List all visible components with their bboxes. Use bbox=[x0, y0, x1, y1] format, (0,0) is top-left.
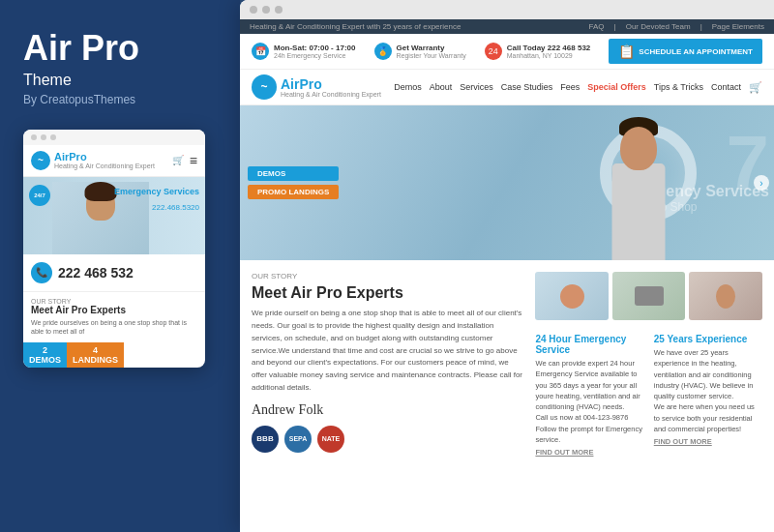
mobile-story-text: We pride ourselves on being a one stop s… bbox=[31, 318, 197, 338]
right-panel: Heating & Air Conditioning Expert with 2… bbox=[240, 0, 774, 532]
sepa-badge: SEPA bbox=[284, 426, 312, 453]
browser-bar bbox=[240, 0, 774, 19]
hero-image: 7 Emergency Services One Stop Shop DEMOS… bbox=[240, 105, 774, 260]
topbar-faq[interactable]: FAQ bbox=[589, 22, 605, 31]
schedule-btn-label: SCHEDULE AN APPOINTMENT bbox=[639, 47, 753, 56]
mobile-menu-icon[interactable]: ≡ bbox=[190, 153, 197, 168]
nav-special-offers[interactable]: Special Offers bbox=[587, 82, 646, 92]
about-text: We pride ourself on being a one stop sho… bbox=[252, 308, 523, 395]
mobile-header: ~ AirPro Heating & Air Conditioning Expe… bbox=[23, 145, 205, 177]
mobile-bottom-badges: 2 DEMOS 4 LANDINGS bbox=[23, 342, 205, 368]
mobile-phone-row: 📞 222 468 532 bbox=[31, 262, 197, 283]
service-image-1 bbox=[535, 272, 609, 320]
info-warranty-text: Get Warranty Register Your Warranty bbox=[397, 44, 466, 59]
hero-left-badges: DEMOS PROMO LANDINGS bbox=[248, 166, 339, 199]
site-logo: ~ AirPro Heating & Air Conditioning Expe… bbox=[252, 74, 381, 100]
mobile-phone-icon: 📞 bbox=[31, 262, 52, 283]
theme-title: Air Pro bbox=[23, 29, 217, 68]
mobile-logo-name: AirPro bbox=[54, 151, 155, 163]
nav-tips[interactable]: Tips & Tricks bbox=[654, 82, 703, 92]
meet-experts-title: Meet Air Pro Experts bbox=[252, 283, 523, 302]
content-right: 24 Hour Emergency Service We can provide… bbox=[535, 272, 762, 457]
mobile-mockup: ~ AirPro Heating & Air Conditioning Expe… bbox=[23, 130, 205, 369]
left-panel: Air Pro Theme By CreatopusThemes ~ AirPr… bbox=[0, 0, 240, 532]
mobile-cart-icon[interactable]: 🛒 bbox=[172, 155, 184, 165]
cert-badges: BBB SEPA NATE bbox=[252, 426, 523, 453]
experience-find-out-more[interactable]: FIND OUT MORE bbox=[654, 437, 762, 446]
nate-badge: NATE bbox=[317, 426, 344, 453]
site-topbar-tagline: Heating & Air Conditioning Expert with 2… bbox=[250, 22, 461, 31]
experience-text2: We are here when you need us to service … bbox=[654, 401, 762, 434]
emergency-service-call: Call us now at 004-123-9876 Follow the p… bbox=[535, 412, 643, 445]
info-item-hours: 📅 Mon-Sat: 07:00 - 17:00 24h Emergency S… bbox=[252, 43, 355, 60]
info-call-sub: Manhattan, NY 10029 bbox=[507, 52, 591, 59]
warranty-icon: 🏅 bbox=[374, 43, 392, 60]
info-hours-text: Mon-Sat: 07:00 - 17:00 24h Emergency Ser… bbox=[274, 44, 355, 59]
mobile-phone-number: 222 468 532 bbox=[58, 265, 134, 281]
our-story-label: Our Story bbox=[252, 272, 523, 281]
theme-author: By CreatopusThemes bbox=[23, 93, 217, 106]
mobile-hero-24-icon: 24/7 bbox=[29, 185, 50, 206]
mobile-hero-text: Emergency Services 222.468.5320 bbox=[114, 187, 199, 214]
info-warranty-main: Get Warranty bbox=[397, 44, 466, 52]
topbar-page-elements[interactable]: Page Elements bbox=[712, 22, 764, 31]
topbar-separator-2: | bbox=[700, 22, 702, 31]
site-navbar: ~ AirPro Heating & Air Conditioning Expe… bbox=[240, 70, 774, 105]
site-nav: Demos About Services Case Studies Fees S… bbox=[394, 81, 762, 94]
mobile-hero: 24/7 Emergency Services 222.468.5320 bbox=[23, 177, 205, 254]
nav-demos[interactable]: Demos bbox=[394, 82, 422, 92]
mobile-dot-1 bbox=[31, 134, 37, 140]
site-logo-tagline: Heating & Air Conditioning Expert bbox=[281, 91, 381, 98]
mobile-logo-icon: ~ bbox=[31, 151, 50, 170]
site-logo-text: AirPro Heating & Air Conditioning Expert bbox=[281, 77, 381, 98]
mobile-badge-landings-num: 4 bbox=[73, 345, 118, 355]
info-call-text: Call Today 222 468 532 Manhattan, NY 100… bbox=[507, 44, 591, 59]
content-left: Our Story Meet Air Pro Experts We pride … bbox=[252, 272, 523, 457]
mobile-phone-small: 222.468.5320 bbox=[152, 203, 199, 212]
mobile-top-bar bbox=[23, 130, 205, 145]
site-content: Our Story Meet Air Pro Experts We pride … bbox=[240, 260, 774, 468]
mobile-hero-24-text: 24/7 bbox=[34, 192, 45, 198]
service-card-experience: 25 Years Experience We have over 25 year… bbox=[654, 334, 762, 457]
schedule-appointment-button[interactable]: 📋 SCHEDULE AN APPOINTMENT bbox=[609, 39, 762, 64]
info-hours-sub: 24h Emergency Service bbox=[274, 52, 355, 59]
mobile-logo: ~ AirPro Heating & Air Conditioning Expe… bbox=[31, 151, 155, 170]
nav-contact[interactable]: Contact bbox=[711, 82, 741, 92]
mobile-badge-landings: 4 LANDINGS bbox=[67, 342, 124, 368]
nav-case-studies[interactable]: Case Studies bbox=[501, 82, 553, 92]
site-logo-icon: ~ bbox=[252, 74, 277, 100]
info-item-warranty: 🏅 Get Warranty Register Your Warranty bbox=[374, 43, 466, 60]
info-warranty-sub: Register Your Warranty bbox=[397, 52, 466, 59]
site-topbar-links: FAQ | Our Devoted Team | Page Elements bbox=[589, 22, 764, 31]
topbar-separator-1: | bbox=[614, 22, 616, 31]
mobile-badge-demos-num: 2 bbox=[29, 345, 61, 355]
experience-title: 25 Years Experience bbox=[654, 334, 762, 344]
scroll-right-arrow[interactable]: › bbox=[754, 175, 769, 191]
info-hours-main: Mon-Sat: 07:00 - 17:00 bbox=[274, 44, 355, 52]
nav-services[interactable]: Services bbox=[460, 82, 493, 92]
site-topbar: Heating & Air Conditioning Expert with 2… bbox=[240, 19, 774, 34]
experience-text: We have over 25 years experience in the … bbox=[654, 347, 762, 401]
signature: Andrew Folk bbox=[252, 402, 523, 418]
nav-fees[interactable]: Fees bbox=[560, 82, 580, 92]
mobile-story-section: Our Story Meet Air Pro Experts We pride … bbox=[23, 292, 205, 343]
browser-dot-3 bbox=[275, 6, 283, 14]
emergency-service-title: 24 Hour Emergency Service bbox=[535, 334, 643, 355]
browser-dot-1 bbox=[250, 6, 257, 14]
mobile-badge-landings-label: LANDINGS bbox=[73, 355, 118, 365]
mobile-badge-demos-label: DEMOS bbox=[29, 355, 61, 365]
nav-about[interactable]: About bbox=[430, 82, 453, 92]
emergency-find-out-more[interactable]: FIND OUT MORE bbox=[535, 448, 643, 457]
service-image-3 bbox=[689, 272, 762, 320]
mobile-emergency-label: Emergency Services bbox=[114, 187, 199, 196]
cart-icon[interactable]: 🛒 bbox=[749, 81, 762, 94]
mobile-story-label: Our Story bbox=[31, 298, 197, 305]
mobile-logo-tagline: Heating & Air Conditioning Expert bbox=[54, 163, 155, 169]
emergency-service-text: We can provide expert 24 hour Emergency … bbox=[535, 358, 643, 412]
info-item-call: 24 Call Today 222 468 532 Manhattan, NY … bbox=[485, 43, 591, 60]
topbar-devoted-team[interactable]: Our Devoted Team bbox=[626, 22, 691, 31]
mobile-hero-image: 24/7 Emergency Services 222.468.5320 bbox=[23, 177, 205, 254]
hero-badge-promos: PROMO LANDINGS bbox=[248, 185, 339, 199]
service-image-2 bbox=[612, 272, 686, 320]
hero-badge-demos: DEMOS bbox=[248, 166, 339, 181]
